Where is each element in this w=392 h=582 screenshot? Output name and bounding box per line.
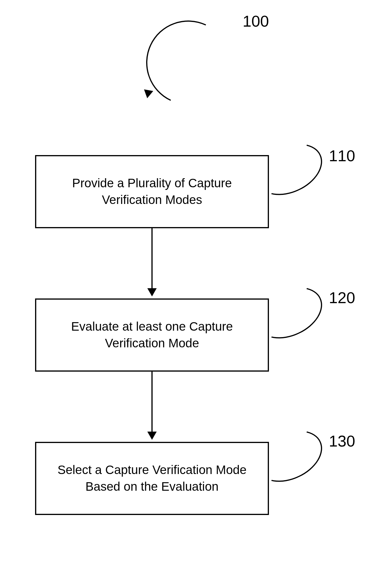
step-box-130: Select a Capture Verification Mode Based… [35, 442, 269, 515]
arrow-segment-2-3 [151, 372, 153, 432]
step-box-110: Provide a Plurality of Capture Verificat… [35, 155, 269, 228]
entry-arrow-curve [134, 8, 242, 116]
step-text: Select a Capture Verification Mode Based… [58, 462, 247, 495]
diagram-title-ref: 100 [243, 13, 269, 29]
step-box-120: Evaluate at least one Capture Verificati… [35, 298, 269, 372]
flowchart: 100 Provide a Plurality of Capture Verif… [0, 0, 392, 582]
arrowhead-icon [147, 432, 157, 440]
step-ref-110: 110 [329, 148, 355, 164]
arrow-segment-1-2 [151, 228, 153, 288]
step-text: Provide a Plurality of Capture Verificat… [72, 175, 232, 208]
arrowhead-icon [147, 288, 157, 296]
step-text: Evaluate at least one Capture Verificati… [71, 318, 233, 351]
step-ref-120: 120 [329, 290, 355, 305]
entry-arrowhead-icon [143, 89, 153, 99]
step-ref-130: 130 [329, 433, 355, 449]
